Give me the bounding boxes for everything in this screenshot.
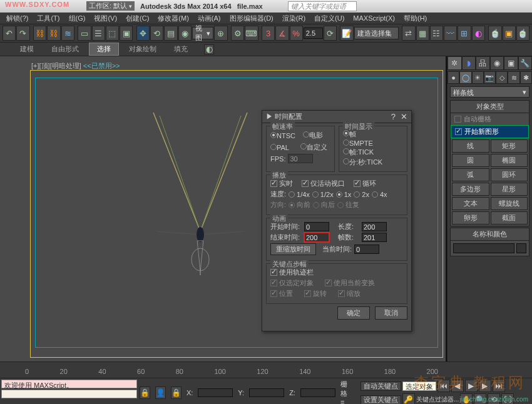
realtime-check[interactable]: 实时 <box>270 179 293 188</box>
ngon-button[interactable]: 多边形 <box>452 183 489 196</box>
tab-selection[interactable]: 选择 <box>89 43 119 56</box>
rollout-header[interactable]: 对象类型 <box>451 101 529 113</box>
donut-button[interactable]: 圆环 <box>491 168 528 181</box>
menu-item[interactable]: 图形编辑器(D) <box>226 13 277 24</box>
window-icon[interactable]: ▣ <box>120 26 133 41</box>
menu-item[interactable]: MAXScript(X) <box>349 13 399 23</box>
menu-item[interactable]: 渲染(R) <box>279 13 309 24</box>
hierarchy-tab-icon[interactable]: 品 <box>476 56 490 70</box>
egg-button[interactable]: 卵形 <box>452 211 489 225</box>
display-tab-icon[interactable]: ▣ <box>504 56 518 70</box>
layers-icon[interactable]: ☷ <box>430 26 443 41</box>
keyboard-icon[interactable]: ⌨ <box>245 26 258 41</box>
prev-frame-icon[interactable]: ◀ <box>451 380 464 392</box>
sel-lock-icon[interactable]: 🔒 <box>171 386 182 399</box>
motion-tab-icon[interactable]: ◉ <box>490 56 504 70</box>
modify-tab-icon[interactable]: ◗ <box>462 56 476 70</box>
length-spinner[interactable]: 200 <box>362 222 387 231</box>
rotate-icon[interactable]: ⟲ <box>150 26 163 41</box>
custom-radio[interactable]: 自定义 <box>300 143 327 152</box>
film-radio[interactable]: 电影 <box>303 131 323 140</box>
end-spinner[interactable]: 200 <box>304 233 329 242</box>
help-icon[interactable]: ? <box>391 112 396 121</box>
bind-icon[interactable]: ≋ <box>61 26 74 41</box>
next-frame-icon[interactable]: ▶ <box>479 380 491 392</box>
iso-icon[interactable]: 👤 <box>155 386 166 399</box>
auto-key-button[interactable]: 自动关键点 <box>361 381 401 391</box>
undo-icon[interactable]: ↶ <box>3 26 16 41</box>
goto-end-icon[interactable]: ⏭ <box>493 380 505 392</box>
arc-button[interactable]: 弧 <box>452 168 489 181</box>
percent-snap-icon[interactable]: % <box>290 26 303 41</box>
text-button[interactable]: 文本 <box>452 197 489 210</box>
schematic-icon[interactable]: ⊞ <box>458 26 471 41</box>
shapes-icon[interactable]: ◯ <box>459 71 471 84</box>
space-warps-icon[interactable]: ≋ <box>508 71 519 84</box>
menu-item[interactable]: 工具(T) <box>33 13 63 24</box>
auto-grid-check[interactable]: 自动栅格 <box>451 113 529 125</box>
menu-item[interactable]: 解锁(?) <box>3 13 32 24</box>
geom-icon[interactable]: ● <box>448 71 459 84</box>
menu-item[interactable]: 自定义(U) <box>310 13 348 24</box>
select-name-icon[interactable]: ☰ <box>92 26 105 41</box>
dialog-titlebar[interactable]: ▶ 时间配置 ?✕ <box>262 111 411 123</box>
color-swatch[interactable] <box>516 243 526 253</box>
fps-spinner[interactable]: 30 <box>288 154 313 163</box>
close-icon[interactable]: ✕ <box>401 112 407 121</box>
name-input[interactable] <box>453 243 514 253</box>
ref-coord-dropdown[interactable]: 视图 ▾ <box>192 27 214 39</box>
viewport-label[interactable]: [+][顶][明暗处理] <<已禁用>> <box>31 61 120 71</box>
key-filter-button[interactable]: 关键点过滤器... <box>416 395 459 404</box>
named-sel-dropdown[interactable]: 建造选择集 <box>354 27 399 39</box>
x-input[interactable] <box>198 388 233 397</box>
tab-objectpaint[interactable]: 对象绘制 <box>121 43 164 55</box>
maxscript-input[interactable] <box>1 390 137 398</box>
pivot-icon[interactable]: ⊕ <box>214 26 227 41</box>
tab-modeling[interactable]: 建模 <box>13 43 41 55</box>
key-icon[interactable]: 🔑 <box>402 393 415 404</box>
move-icon[interactable]: ✥ <box>136 26 150 41</box>
scale-icon[interactable]: ▤ <box>164 26 177 41</box>
menu-item[interactable]: 视图(V) <box>90 13 121 24</box>
goto-start-icon[interactable]: ⏮ <box>437 380 450 392</box>
ok-button[interactable]: 确定 <box>337 306 370 320</box>
rect-button[interactable]: 矩形 <box>491 139 528 153</box>
lock-icon[interactable]: 🔒 <box>140 386 150 399</box>
circle-button[interactable]: 圆 <box>452 154 489 167</box>
named-sel-icon[interactable]: 📝 <box>340 26 353 41</box>
select-icon[interactable]: ▭ <box>78 26 91 41</box>
rollout-header[interactable]: 名称和颜色 <box>451 228 529 241</box>
align-icon[interactable]: ▦ <box>416 26 429 41</box>
snap-icon[interactable]: 3 <box>262 26 275 41</box>
menu-item[interactable]: 修改器(M) <box>154 13 193 24</box>
menu-item[interactable]: 帮助(H) <box>400 13 431 24</box>
render-setup-icon[interactable]: 🍵 <box>488 26 501 41</box>
utilities-tab-icon[interactable]: 🔧 <box>518 56 533 70</box>
manip-icon[interactable]: ⚙ <box>231 26 244 41</box>
search-input[interactable]: 键入关键字或短语 <box>288 1 357 11</box>
set-key-button[interactable]: 设置关键点 <box>361 395 401 405</box>
star-button[interactable]: 星形 <box>491 183 528 196</box>
material-icon[interactable]: ◐ <box>472 26 485 41</box>
menu-item[interactable]: 组(G) <box>65 13 90 24</box>
current-spinner[interactable]: 0 <box>354 245 379 254</box>
td-mst-radio[interactable]: 分:秒:TICK <box>343 158 403 167</box>
helpers-icon[interactable]: ◇ <box>496 71 508 84</box>
section-button[interactable]: 截面 <box>491 211 528 225</box>
cancel-button[interactable]: 取消 <box>375 306 407 320</box>
select-rect-icon[interactable]: ⬚ <box>106 26 119 41</box>
curve-editor-icon[interactable]: 〰 <box>444 26 457 41</box>
systems-icon[interactable]: ✱ <box>520 71 532 84</box>
link-icon[interactable]: ⛓ <box>33 26 46 41</box>
ribbon-expand-icon[interactable]: ◐ <box>204 44 214 54</box>
tab-populate[interactable]: 填充 <box>166 43 195 55</box>
cameras-icon[interactable]: 📷 <box>484 71 496 84</box>
render-icon[interactable]: 🍵 <box>516 26 529 41</box>
mirror-icon[interactable]: ⇄ <box>402 26 415 41</box>
lights-icon[interactable]: ☀ <box>472 71 484 84</box>
create-tab-icon[interactable]: ✲ <box>448 56 462 70</box>
play-icon[interactable]: ▶ <box>465 380 478 392</box>
key-target-dropdown[interactable]: 选定对象 <box>402 381 436 391</box>
td-frametick-radio[interactable]: 帧:TICK <box>343 148 403 157</box>
spinner-icon[interactable]: ⟳ <box>324 26 337 41</box>
